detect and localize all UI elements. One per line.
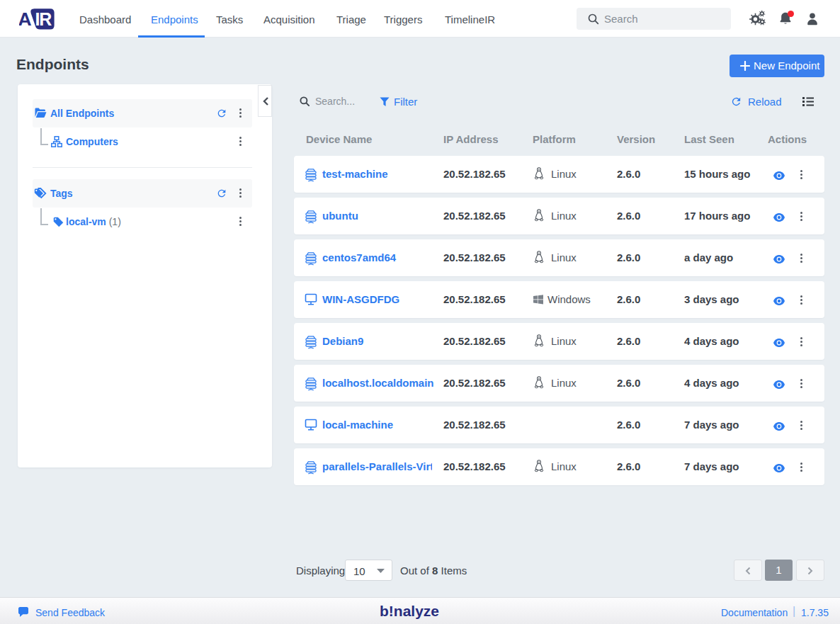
svg-text:A: A [19,8,32,30]
svg-text:IR: IR [35,9,52,29]
